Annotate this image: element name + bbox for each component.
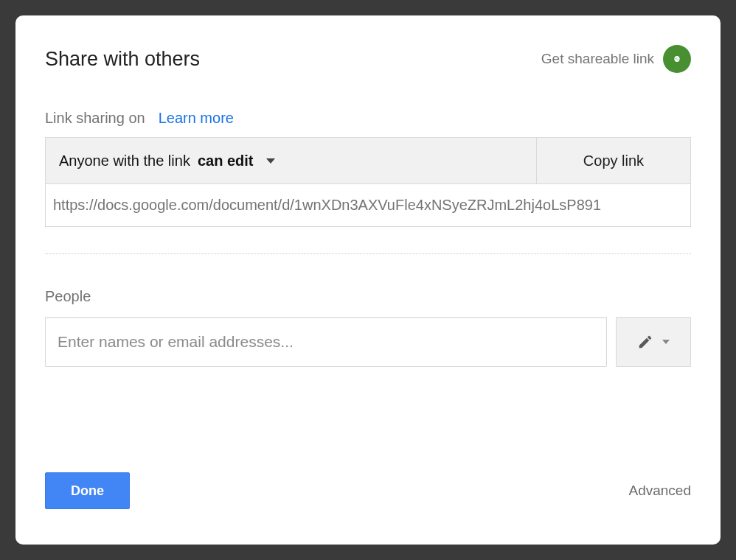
share-dialog: Share with others Get shareable link Lin… [15, 15, 721, 545]
section-divider [45, 253, 691, 254]
link-permission-dropdown[interactable]: Anyone with the link can edit [46, 138, 537, 183]
done-button[interactable]: Done [45, 472, 130, 509]
chevron-down-icon [266, 158, 275, 164]
permission-level: can edit [198, 153, 254, 169]
advanced-link[interactable]: Advanced [628, 483, 691, 499]
modal-overlay: Share with others Get shareable link Lin… [0, 0, 736, 560]
dialog-title: Share with others [45, 48, 200, 71]
pencil-icon [637, 334, 653, 350]
link-block-top-row: Anyone with the link can edit Copy link [46, 138, 690, 183]
people-input-row [45, 317, 691, 367]
link-icon [663, 45, 691, 73]
link-sharing-status-row: Link sharing on Learn more [45, 110, 691, 127]
link-sharing-status: Link sharing on [45, 110, 145, 127]
share-url-field[interactable] [46, 183, 690, 226]
people-input[interactable] [45, 317, 607, 367]
chevron-down-icon [662, 340, 670, 344]
get-shareable-link-label: Get shareable link [541, 51, 654, 67]
dialog-footer: Done Advanced [45, 472, 691, 509]
link-sharing-block: Anyone with the link can edit Copy link [45, 137, 691, 227]
learn-more-link[interactable]: Learn more [159, 110, 234, 127]
dialog-header: Share with others Get shareable link [45, 45, 691, 73]
people-section-label: People [45, 288, 691, 305]
people-permission-button[interactable] [616, 317, 691, 367]
permission-prefix: Anyone with the link [59, 153, 190, 169]
get-shareable-link-button[interactable]: Get shareable link [541, 45, 691, 73]
copy-link-button[interactable]: Copy link [537, 138, 690, 183]
